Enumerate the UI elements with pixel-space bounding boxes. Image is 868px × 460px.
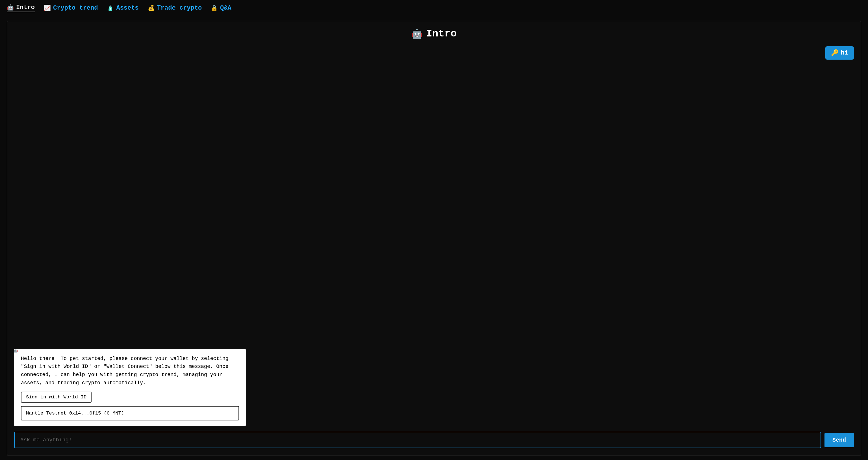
message-text: Hello there! To get started, please conn… <box>21 355 239 387</box>
input-area: Send <box>14 432 854 448</box>
intro-emoji: 🤖 <box>7 4 14 11</box>
sign-in-world-id-button[interactable]: Sign in with World ID <box>21 392 92 403</box>
messages-area: 🔑 hi 🤖 Hello there! To get started, plea… <box>14 47 854 426</box>
trade-crypto-emoji: 💰 <box>148 4 155 11</box>
nav-item-crypto-trend[interactable]: 📈 Crypto trend <box>44 4 98 11</box>
assets-emoji: 🧴 <box>107 4 114 11</box>
nav-item-intro[interactable]: 🤖 Intro <box>7 4 35 12</box>
hi-button[interactable]: 🔑 hi <box>825 47 854 60</box>
nav-label-crypto-trend: Crypto trend <box>53 4 98 11</box>
hi-button-label: hi <box>841 50 848 57</box>
nav-label-trade-crypto: Trade crypto <box>157 4 202 11</box>
crypto-trend-emoji: 📈 <box>44 4 51 11</box>
wallet-label: Mantle Testnet 0x14...0f15 (0 MNT) <box>26 410 124 416</box>
wallet-info[interactable]: Mantle Testnet 0x14...0f15 (0 MNT) <box>21 406 239 421</box>
chat-window: 🤖 Intro 🔑 hi 🤖 Hello there! To get start… <box>7 21 861 456</box>
sign-in-label: Sign in with World ID <box>26 394 87 400</box>
nav-label-qa: Q&A <box>220 4 231 11</box>
nav-item-assets[interactable]: 🧴 Assets <box>107 4 138 11</box>
bot-indicator: 🤖 <box>13 348 18 354</box>
page-title-emoji: 🤖 <box>411 28 423 39</box>
send-label: Send <box>832 437 846 443</box>
chat-input[interactable] <box>14 432 821 448</box>
nav-label-assets: Assets <box>116 4 138 11</box>
qa-emoji: 🔒 <box>211 4 218 11</box>
nav-item-qa[interactable]: 🔒 Q&A <box>211 4 231 11</box>
nav-item-trade-crypto[interactable]: 💰 Trade crypto <box>148 4 202 11</box>
top-navigation: 🤖 Intro 📈 Crypto trend 🧴 Assets 💰 Trade … <box>0 0 868 16</box>
page-title-text: Intro <box>426 28 457 39</box>
send-button[interactable]: Send <box>825 433 854 447</box>
main-container: 🤖 Intro 🔑 hi 🤖 Hello there! To get start… <box>0 16 868 460</box>
page-title: 🤖 Intro <box>14 28 854 39</box>
hi-button-emoji: 🔑 <box>831 49 839 57</box>
message-bubble: 🤖 Hello there! To get started, please co… <box>14 349 246 426</box>
nav-label-intro: Intro <box>16 4 35 11</box>
